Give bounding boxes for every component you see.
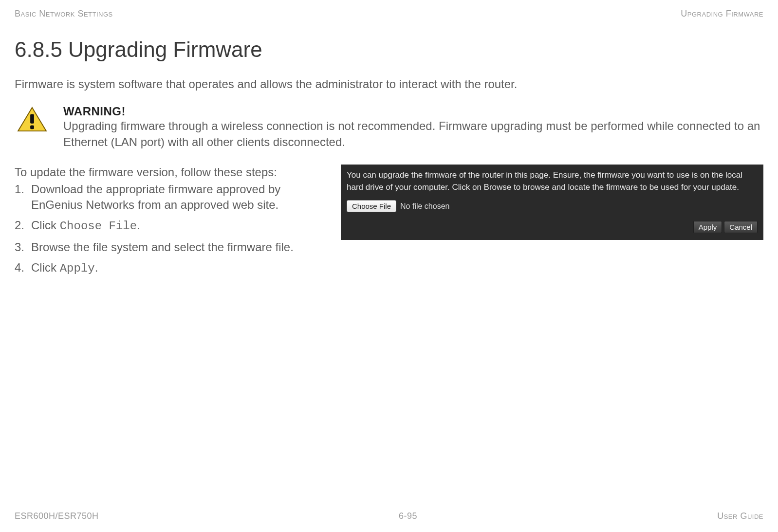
warning-triangle-icon <box>17 107 47 133</box>
page-title: 6.8.5 Upgrading Firmware <box>15 37 763 62</box>
step-4-code: Apply <box>60 262 95 275</box>
router-firmware-panel: You can upgrade the firmware of the rout… <box>341 165 763 240</box>
header-right: Upgrading Firmware <box>681 9 763 19</box>
choose-file-button[interactable]: Choose File <box>347 200 396 212</box>
file-input-row: Choose File No file chosen <box>347 200 758 212</box>
steps-list: Download the appropriate firmware approv… <box>15 182 326 277</box>
step-2-pre: Click <box>31 219 60 232</box>
page-footer: ESR600H/ESR750H 6-95 User Guide <box>15 511 763 521</box>
no-file-chosen-text: No file chosen <box>400 201 449 212</box>
content-columns: To update the firmware version, follow t… <box>15 165 763 281</box>
step-1: Download the appropriate firmware approv… <box>15 182 326 213</box>
warning-block: WARNING! Upgrading firmware through a wi… <box>15 105 763 150</box>
apply-button[interactable]: Apply <box>693 221 722 233</box>
page-header: Basic Network Settings Upgrading Firmwar… <box>15 0 763 19</box>
step-4-post: . <box>95 261 98 274</box>
svg-rect-1 <box>30 126 34 129</box>
screenshot-column: You can upgrade the firmware of the rout… <box>341 165 763 281</box>
step-2: Click Choose File. <box>15 218 326 234</box>
step-2-post: . <box>137 219 140 232</box>
steps-intro: To update the firmware version, follow t… <box>15 165 326 180</box>
cancel-button[interactable]: Cancel <box>724 221 758 233</box>
step-4-pre: Click <box>31 261 60 274</box>
warning-icon <box>15 105 50 133</box>
step-4: Click Apply. <box>15 260 326 276</box>
svg-rect-0 <box>30 114 34 124</box>
intro-paragraph: Firmware is system software that operate… <box>15 76 763 92</box>
steps-column: To update the firmware version, follow t… <box>15 165 326 281</box>
header-left: Basic Network Settings <box>15 9 113 19</box>
footer-left: ESR600H/ESR750H <box>15 511 99 521</box>
step-3: Browse the file system and select the fi… <box>15 239 326 255</box>
warning-text: WARNING! Upgrading firmware through a wi… <box>63 105 763 150</box>
warning-title: WARNING! <box>63 105 763 118</box>
warning-body: Upgrading firmware through a wireless co… <box>63 118 763 150</box>
step-2-code: Choose File <box>60 220 137 233</box>
footer-center: 6-95 <box>399 511 417 521</box>
footer-right: User Guide <box>717 511 763 521</box>
panel-description: You can upgrade the firmware of the rout… <box>347 169 758 193</box>
panel-button-row: Apply Cancel <box>347 221 758 233</box>
